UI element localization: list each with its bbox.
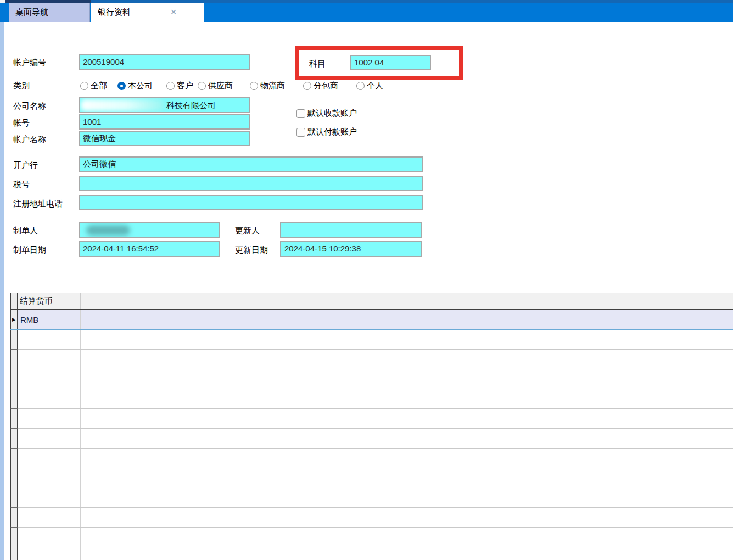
bank-info-window: 桌面导航 银行资料 × 帐户编号 类别 公司名称 帐号 帐户名称 开户行 税号 … [0, 0, 733, 560]
empty-grid-row[interactable] [10, 369, 733, 389]
left-splitter[interactable] [0, 22, 4, 560]
empty-cell[interactable] [81, 547, 733, 560]
company-name-label: 公司名称 [13, 101, 46, 111]
empty-cell[interactable] [81, 389, 733, 408]
bank-label: 开户行 [13, 160, 38, 171]
radio-icon [198, 82, 206, 90]
category-label: 类别 [13, 81, 30, 91]
row-indicator [10, 508, 18, 528]
creator-field[interactable] [79, 222, 220, 238]
checkbox-icon [296, 128, 305, 137]
account-name-field[interactable]: 微信现金 [79, 131, 250, 146]
empty-cell[interactable] [81, 488, 733, 507]
empty-grid-row[interactable] [10, 528, 733, 547]
radio-option-个人[interactable]: 个人 [356, 81, 383, 91]
currency-cell[interactable] [18, 468, 81, 488]
empty-grid-row[interactable] [10, 547, 733, 560]
currency-cell[interactable] [18, 350, 81, 369]
currency-cell[interactable]: RMB [18, 310, 81, 329]
empty-cell[interactable] [81, 350, 733, 369]
radio-label: 供应商 [208, 81, 233, 91]
company-name-field[interactable]: 科技有限公司 [79, 97, 250, 113]
updater-field[interactable] [280, 222, 422, 238]
radio-label: 个人 [367, 81, 383, 91]
tab-desktop-nav[interactable]: 桌面导航 [9, 3, 90, 22]
row-indicator [10, 547, 18, 560]
currency-cell[interactable] [18, 330, 81, 349]
reg-addr-field[interactable] [79, 195, 423, 210]
close-icon[interactable]: × [167, 3, 180, 21]
checkbox-label: 默认付款账户 [307, 127, 357, 137]
tab-label: 银行资料 [98, 7, 131, 16]
radio-option-供应商[interactable]: 供应商 [198, 81, 233, 91]
radio-option-全部[interactable]: 全部 [80, 81, 107, 91]
empty-grid-row[interactable] [10, 449, 733, 468]
radio-option-客户[interactable]: 客户 [166, 81, 193, 91]
row-indicator [10, 449, 18, 468]
redaction-blur [81, 99, 164, 111]
empty-grid-row[interactable] [10, 389, 733, 409]
empty-grid-row[interactable] [10, 488, 733, 508]
radio-icon [80, 82, 88, 90]
account-no-field[interactable]: 200519004 [79, 54, 250, 70]
empty-grid-row[interactable] [10, 409, 733, 429]
currency-cell[interactable] [18, 547, 81, 560]
row-indicator [10, 369, 18, 389]
row-indicator [10, 468, 18, 488]
settlement-currency-grid: 结算货币 ▶RMB [10, 293, 733, 560]
account-field[interactable]: 1001 [79, 114, 250, 130]
empty-cell[interactable] [81, 409, 733, 428]
creator-label: 制单人 [13, 226, 38, 236]
currency-cell[interactable] [18, 528, 81, 547]
subject-field[interactable]: 1002 04 [350, 55, 431, 70]
empty-cell[interactable] [81, 468, 733, 488]
checkbox-label: 默认收款账户 [307, 108, 357, 119]
account-name-label: 帐户名称 [13, 135, 46, 145]
empty-grid-row[interactable] [10, 429, 733, 449]
update-date-label: 更新日期 [235, 245, 268, 255]
radio-label: 本公司 [128, 81, 153, 91]
tab-bar: 桌面导航 银行资料 × [0, 0, 733, 22]
update-date-field[interactable]: 2024-04-15 10:29:38 [280, 241, 422, 257]
bank-field[interactable]: 公司微信 [79, 156, 423, 172]
row-indicator [10, 429, 18, 449]
row-indicator [10, 488, 18, 508]
checkbox-icon [296, 109, 305, 118]
row-indicator [10, 528, 18, 547]
empty-grid-row[interactable] [10, 508, 733, 528]
company-name-visible-text: 科技有限公司 [166, 100, 216, 111]
empty-grid-row[interactable] [10, 468, 733, 488]
create-date-field[interactable]: 2024-04-11 16:54:52 [79, 241, 220, 257]
currency-cell[interactable] [18, 449, 81, 468]
empty-cell[interactable] [81, 528, 733, 547]
empty-cell[interactable] [81, 369, 733, 389]
radio-option-分包商[interactable]: 分包商 [303, 81, 338, 91]
currency-cell[interactable] [18, 409, 81, 428]
empty-grid-row[interactable] [10, 350, 733, 369]
currency-cell[interactable] [18, 429, 81, 448]
currency-cell[interactable] [18, 488, 81, 507]
reg-addr-label: 注册地址电话 [13, 199, 63, 209]
empty-grid-row[interactable] [10, 330, 733, 350]
row-indicator [10, 409, 18, 429]
currency-cell[interactable] [18, 369, 81, 389]
empty-cell[interactable] [81, 330, 733, 349]
category-radio-group: 全部本公司客户供应商物流商分包商个人 [80, 80, 383, 92]
grid-header-row: 结算货币 [10, 293, 733, 310]
tax-no-field[interactable] [79, 176, 423, 191]
currency-row-RMB[interactable]: ▶RMB [10, 310, 733, 330]
default-pay-checkbox[interactable]: 默认付款账户 [296, 127, 357, 137]
tab-bank-info[interactable]: 银行资料 × [91, 3, 204, 22]
currency-column-header[interactable]: 结算货币 [18, 293, 81, 309]
radio-label: 物流商 [260, 81, 285, 91]
default-receive-checkbox[interactable]: 默认收款账户 [296, 108, 357, 119]
radio-option-物流商[interactable]: 物流商 [250, 81, 285, 91]
empty-cell[interactable] [81, 508, 733, 527]
row-indicator [10, 389, 18, 409]
empty-cell[interactable] [81, 429, 733, 448]
radio-option-本公司[interactable]: 本公司 [117, 81, 153, 91]
currency-cell[interactable] [18, 508, 81, 527]
empty-cell[interactable] [81, 310, 733, 329]
empty-cell[interactable] [81, 449, 733, 468]
currency-cell[interactable] [18, 389, 81, 408]
